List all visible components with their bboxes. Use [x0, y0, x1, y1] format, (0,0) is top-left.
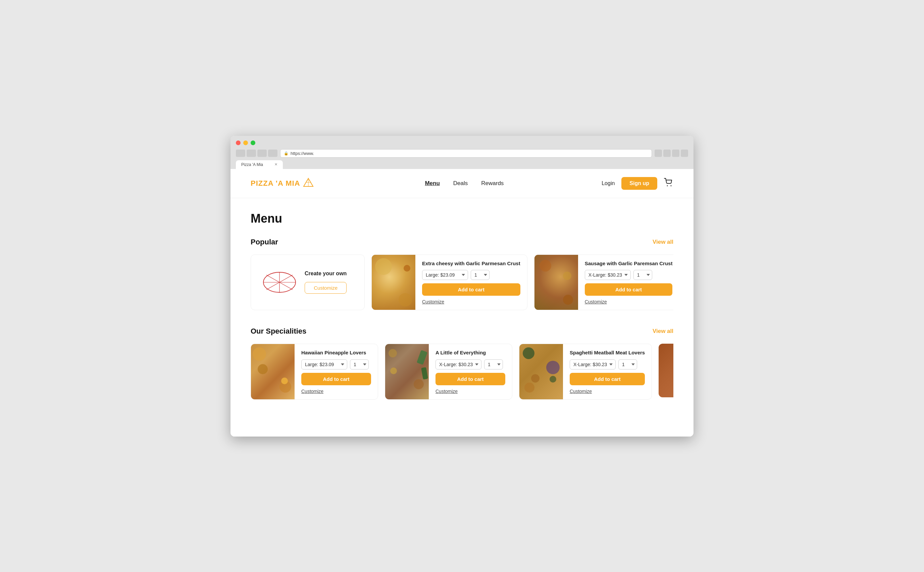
hawaiian-qty-select[interactable]: 1 2 3 [350, 359, 369, 370]
meatball-customize[interactable]: Customize [570, 389, 645, 394]
extra-cheesy-qty-select[interactable]: 1 2 3 [471, 270, 489, 280]
sausage-qty-select[interactable]: 1 2 3 [633, 270, 652, 280]
create-own-title: Create your own [305, 270, 347, 277]
sausage-info: Sausage with Garlic Paremsan Crust X-Lar… [578, 255, 673, 310]
sausage-name: Sausage with Garlic Paremsan Crust [585, 260, 673, 267]
extra-cheesy-size-select[interactable]: Large: $23.09 X-Large: $30.23 Medium: $1… [422, 270, 468, 280]
extra-cheesy-name: Extra cheesy with Garlic Parmesan Crust [422, 260, 520, 267]
tab-title: Pizza 'A Mia [241, 162, 263, 167]
meatball-info: Spaghetti Meatball Meat Lovers X-Large: … [563, 344, 651, 399]
extra-cheesy-add-to-cart[interactable]: Add to cart [422, 283, 520, 296]
everything-add-to-cart[interactable]: Add to cart [435, 373, 505, 385]
toolbar-row: 🔒 https://www. [236, 149, 688, 158]
specialities-section: Our Specialities View all [251, 327, 673, 399]
browser-content: PIZZA 'A MIA Menu Deals Rewards [231, 169, 693, 437]
hawaiian-info: Hawaiian Pineapple Lovers Large: $23.09 … [294, 344, 378, 399]
extra-cheesy-controls: Large: $23.09 X-Large: $30.23 Medium: $1… [422, 270, 520, 280]
everything-name: A Little of Everything [435, 350, 505, 356]
hawaiian-customize[interactable]: Customize [301, 389, 371, 394]
page-title: Menu [251, 211, 673, 225]
sausage-size-select[interactable]: X-Large: $30.23 Large: $23.09 Medium: $1… [585, 270, 631, 280]
popular-section-title: Popular [251, 238, 278, 246]
nav-deals[interactable]: Deals [453, 180, 468, 187]
everything-size-select[interactable]: X-Large: $30.23 Large: $23.09 [435, 359, 481, 370]
everything-image [385, 344, 429, 399]
cart-icon[interactable] [664, 178, 673, 189]
meatball-controls: X-Large: $30.23 Large: $23.09 1 2 3 [570, 359, 645, 370]
nav-rewards[interactable]: Rewards [481, 180, 503, 187]
minimize-button[interactable] [243, 140, 248, 145]
svg-point-6 [671, 185, 672, 186]
close-button[interactable] [236, 140, 241, 145]
extra-cheesy-customize[interactable]: Customize [422, 299, 520, 305]
spec-item-1: A Little of Everything X-Large: $30.23 L… [385, 344, 512, 399]
browser-chrome: 🔒 https://www. Pizza 'A Mia ✕ [231, 136, 693, 169]
logo-text: PIZZA 'A MIA [251, 179, 300, 188]
popular-product-row: Create your own Customize [251, 255, 673, 311]
hawaiian-name: Hawaiian Pineapple Lovers [301, 350, 371, 356]
sausage-add-to-cart[interactable]: Add to cart [585, 283, 673, 296]
hawaiian-image [251, 344, 294, 399]
popular-item-0: Extra cheesy with Garlic Parmesan Crust … [371, 255, 527, 311]
logo-pizza-icon [303, 178, 314, 189]
svg-point-5 [667, 185, 668, 186]
tab-close[interactable]: ✕ [274, 162, 277, 166]
create-own-card: Create your own Customize [251, 255, 365, 311]
extra-cheesy-info: Extra cheesy with Garlic Parmesan Crust … [415, 255, 527, 310]
tab-bar: Pizza 'A Mia ✕ [236, 160, 688, 169]
maximize-button[interactable] [251, 140, 256, 145]
spec-item-0: Hawaiian Pineapple Lovers Large: $23.09 … [251, 344, 378, 399]
meatball-image [519, 344, 563, 399]
everything-customize[interactable]: Customize [435, 389, 505, 394]
meatball-size-select[interactable]: X-Large: $30.23 Large: $23.09 [570, 359, 615, 370]
browser-window: 🔒 https://www. Pizza 'A Mia ✕ PIZZA 'A M… [231, 136, 693, 437]
hawaiian-add-to-cart[interactable]: Add to cart [301, 373, 371, 385]
create-own-customize-button[interactable]: Customize [305, 282, 347, 294]
everything-controls: X-Large: $30.23 Large: $23.09 1 2 3 [435, 359, 505, 370]
meatball-add-to-cart[interactable]: Add to cart [570, 373, 645, 385]
everything-qty-select[interactable]: 1 2 3 [484, 359, 503, 370]
specialities-partial-card [659, 344, 673, 399]
everything-info: A Little of Everything X-Large: $30.23 L… [429, 344, 512, 399]
specialities-product-row: Hawaiian Pineapple Lovers Large: $23.09 … [251, 344, 673, 399]
sausage-image [534, 255, 578, 310]
hawaiian-controls: Large: $23.09 X-Large: $30.23 1 2 3 [301, 359, 371, 370]
create-own-info: Create your own Customize [305, 270, 347, 294]
login-button[interactable]: Login [601, 180, 615, 187]
sausage-customize[interactable]: Customize [585, 299, 673, 305]
popular-item-1: Sausage with Garlic Paremsan Crust X-Lar… [534, 255, 673, 311]
site-header: PIZZA 'A MIA Menu Deals Rewards [231, 169, 693, 198]
popular-section: Popular View all [251, 238, 673, 311]
hawaiian-size-select[interactable]: Large: $23.09 X-Large: $30.23 [301, 359, 347, 370]
signup-button[interactable]: Sign up [622, 177, 657, 190]
popular-view-all[interactable]: View all [653, 239, 673, 246]
sausage-controls: X-Large: $30.23 Large: $23.09 Medium: $1… [585, 270, 673, 280]
main-content: Menu Popular View all [231, 198, 693, 437]
popular-section-header: Popular View all [251, 238, 673, 246]
address-bar[interactable]: 🔒 https://www. [280, 149, 652, 158]
specialities-section-header: Our Specialities View all [251, 327, 673, 336]
browser-tab[interactable]: Pizza 'A Mia ✕ [236, 160, 283, 169]
extra-cheesy-image [372, 255, 415, 310]
specialities-section-title: Our Specialities [251, 327, 306, 336]
url-text: https://www. [291, 151, 314, 156]
lock-icon: 🔒 [284, 151, 288, 155]
nav-menu[interactable]: Menu [425, 180, 439, 187]
pizza-outline-icon [261, 268, 298, 296]
meatball-qty-select[interactable]: 1 2 3 [619, 359, 637, 370]
nav-links: Menu Deals Rewards [341, 180, 589, 187]
logo[interactable]: PIZZA 'A MIA [251, 178, 314, 189]
nav-actions: Login Sign up [601, 177, 673, 190]
meatball-name: Spaghetti Meatball Meat Lovers [570, 350, 645, 356]
titlebar [236, 140, 688, 146]
specialities-view-all[interactable]: View all [653, 328, 673, 335]
spec-item-2: Spaghetti Meatball Meat Lovers X-Large: … [519, 344, 652, 399]
